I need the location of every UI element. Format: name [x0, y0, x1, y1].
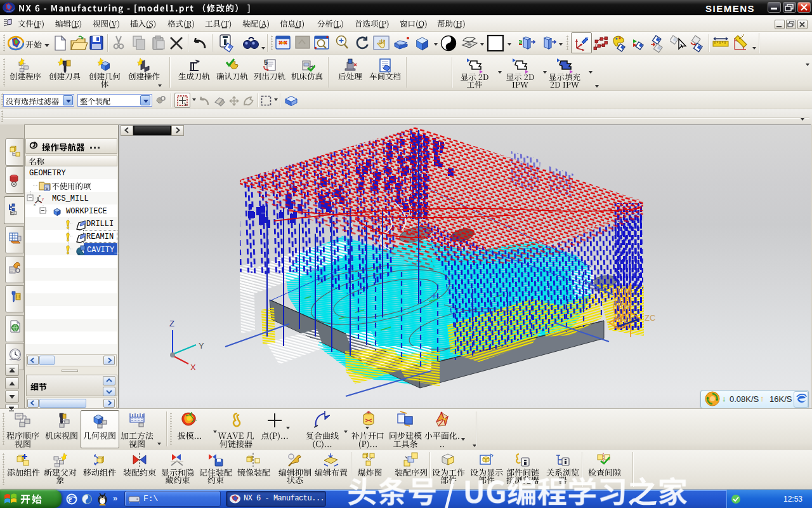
svg-text:S: S: [46, 186, 48, 191]
svg-text:X: X: [190, 363, 196, 372]
svg-text:ZC: ZC: [645, 313, 655, 323]
svg-text:e: e: [69, 495, 72, 504]
svg-text:5: 5: [264, 58, 268, 66]
svg-text:Y: Y: [199, 341, 204, 351]
svg-text:z: z: [39, 194, 41, 197]
svg-text:Z: Z: [169, 319, 174, 328]
svg-text:y: y: [42, 197, 44, 201]
svg-text:x: x: [34, 203, 36, 206]
